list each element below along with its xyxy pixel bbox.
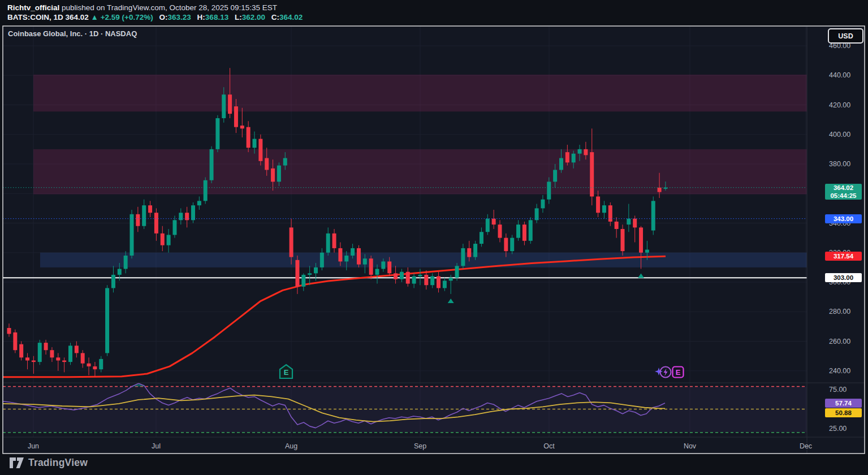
tradingview-logo[interactable]: TradingView (9, 457, 88, 469)
candle (68, 346, 72, 362)
candle (167, 235, 171, 245)
candle (627, 219, 631, 224)
time-tick[interactable]: Jul (152, 442, 161, 450)
candle (584, 149, 588, 155)
candle (93, 366, 97, 369)
candle (412, 277, 416, 284)
last-price-label: 364.0205:44:25 (825, 184, 862, 200)
candle (338, 248, 342, 262)
candle (326, 234, 330, 253)
candle (44, 343, 48, 350)
candle (498, 224, 502, 238)
candle (633, 219, 637, 228)
earnings-letter: E (284, 368, 289, 377)
price-tick: 280.00 (829, 308, 850, 316)
candle (197, 201, 201, 205)
candle (565, 152, 569, 162)
candle (449, 278, 453, 280)
supply-zone-upper (33, 75, 807, 111)
candle (50, 350, 54, 357)
candle (535, 208, 539, 220)
candle (522, 224, 526, 241)
tradingview-published-chart: { "header": { "publisher": "Richtv_offic… (0, 0, 868, 475)
candle (418, 275, 422, 277)
candle (87, 364, 91, 366)
chart-legend[interactable]: Coinbase Global, Inc. · 1D · NASDAQ (8, 29, 137, 38)
upcoming-earnings-letter: E (676, 368, 681, 377)
candle (578, 149, 582, 154)
candle (265, 158, 269, 170)
rsi-value-label: 57.74 (825, 399, 862, 408)
candle (608, 205, 612, 222)
indicator-tick: 25.00 (829, 425, 847, 433)
candle (381, 261, 385, 269)
candle (240, 126, 244, 128)
candle (351, 248, 355, 256)
candle (344, 256, 348, 261)
candle (658, 188, 662, 192)
candle (651, 201, 655, 230)
earnings-icon[interactable]: E (278, 363, 295, 380)
candle (357, 248, 361, 265)
time-tick[interactable]: Jun (28, 442, 39, 450)
candle (486, 219, 490, 232)
candle (473, 244, 477, 257)
candle (615, 222, 619, 229)
candle (424, 275, 428, 285)
time-tick[interactable]: Nov (684, 442, 697, 450)
currency-button[interactable]: USD (828, 28, 863, 44)
candle (154, 213, 158, 234)
candle (105, 288, 109, 353)
candle (621, 229, 625, 251)
time-tick[interactable]: Oct (543, 442, 555, 450)
lightning-bolt-icon (664, 369, 668, 377)
candle (13, 332, 17, 350)
demand-zone-blue (40, 253, 807, 267)
candle (185, 213, 189, 220)
time-tick[interactable]: Sep (414, 442, 426, 450)
candle (295, 260, 299, 287)
ma-value-label: 317.54 (825, 252, 862, 261)
candle (271, 169, 275, 182)
candle (602, 205, 606, 213)
candlestick-chart[interactable]: 460.00440.00420.00400.00380.00360.00340.… (0, 0, 868, 475)
candle (179, 213, 183, 220)
price-tick: 400.00 (829, 131, 850, 139)
time-tick[interactable]: Dec (800, 442, 812, 450)
candle (480, 232, 483, 244)
candle (215, 118, 219, 149)
candle (443, 280, 447, 288)
candle (437, 277, 441, 288)
candle (369, 258, 373, 275)
price-tick: 240.00 (829, 367, 850, 375)
candle (277, 166, 281, 182)
candle (504, 238, 508, 252)
candle (406, 272, 410, 284)
candle (308, 273, 312, 275)
candle (559, 158, 563, 170)
candle (590, 152, 594, 196)
candle (136, 214, 140, 226)
candle (253, 139, 257, 148)
price-tick: 260.00 (829, 338, 850, 346)
candle (130, 214, 134, 256)
candle (639, 227, 643, 252)
candle (142, 205, 146, 226)
candle (541, 200, 545, 209)
candle (394, 273, 398, 279)
candle (161, 234, 165, 245)
candle (320, 253, 324, 267)
candle (191, 205, 195, 220)
event-icons-group[interactable]: E (654, 364, 689, 382)
candle (32, 360, 36, 362)
candle (172, 220, 176, 235)
candle (387, 261, 391, 273)
candle (38, 343, 42, 362)
price-tick: 420.00 (829, 101, 850, 109)
candle (247, 127, 251, 148)
candle (290, 227, 293, 257)
candle (62, 360, 66, 362)
candle (461, 248, 465, 266)
candle (455, 266, 459, 278)
time-tick[interactable]: Aug (285, 442, 297, 450)
